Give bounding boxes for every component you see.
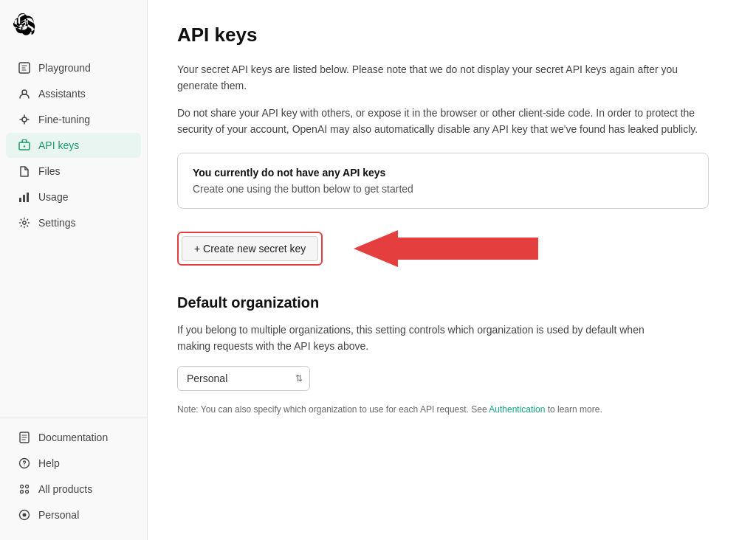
svg-point-12 xyxy=(26,485,29,488)
api-keys-label: API keys xyxy=(38,139,79,151)
sidebar-item-usage[interactable]: Usage xyxy=(6,184,141,210)
svg-point-10 xyxy=(24,465,24,466)
note-suffix: to learn more. xyxy=(545,404,602,415)
svg-marker-17 xyxy=(354,230,538,267)
help-label: Help xyxy=(38,457,60,469)
documentation-label: Documentation xyxy=(38,432,108,443)
svg-rect-4 xyxy=(19,198,21,202)
personal-icon xyxy=(18,508,31,522)
authentication-link[interactable]: Authentication xyxy=(489,404,545,415)
main-content: API keys Your secret API keys are listed… xyxy=(148,0,756,540)
sidebar-item-assistants[interactable]: Assistants xyxy=(6,81,141,106)
logo-area xyxy=(0,0,147,49)
arrow-svg xyxy=(346,226,538,271)
sidebar-item-documentation[interactable]: Documentation xyxy=(6,425,141,450)
note-prefix: Note: You can also specify which organiz… xyxy=(177,404,489,415)
org-select-wrapper: Personal ⇅ xyxy=(177,366,310,391)
create-button-label: + Create new secret key xyxy=(194,243,306,255)
svg-rect-5 xyxy=(23,195,25,202)
usage-label: Usage xyxy=(38,191,68,203)
description-2: Do not share your API key with others, o… xyxy=(177,105,709,138)
svg-point-3 xyxy=(24,145,25,147)
documentation-icon xyxy=(18,431,31,444)
sidebar-item-help[interactable]: Help xyxy=(6,451,141,476)
org-select[interactable]: Personal xyxy=(177,366,310,391)
page-title: API keys xyxy=(177,24,726,46)
files-icon xyxy=(18,165,31,178)
note-text: Note: You can also specify which organiz… xyxy=(177,403,650,416)
fine-tuning-label: Fine-tuning xyxy=(38,114,90,125)
all-products-icon xyxy=(18,482,31,496)
sidebar-item-personal[interactable]: Personal xyxy=(6,502,141,527)
playground-icon xyxy=(18,61,31,75)
empty-keys-subtitle: Create one using the button below to get… xyxy=(193,183,693,195)
sidebar-item-api-keys[interactable]: API keys xyxy=(6,133,141,158)
api-keys-icon xyxy=(18,139,31,152)
settings-icon xyxy=(18,216,31,229)
playground-label: Playground xyxy=(38,62,91,74)
svg-rect-6 xyxy=(27,193,29,202)
sidebar-item-all-products[interactable]: All products xyxy=(6,477,141,502)
svg-point-7 xyxy=(23,221,26,224)
openai-logo-icon xyxy=(12,13,35,37)
svg-point-16 xyxy=(23,513,27,517)
create-button-highlight: + Create new secret key xyxy=(177,232,323,266)
create-button-area: + Create new secret key xyxy=(177,226,726,271)
sidebar-item-playground[interactable]: Playground xyxy=(6,55,141,80)
description-1: Your secret API keys are listed below. P… xyxy=(177,61,709,94)
settings-label: Settings xyxy=(38,217,76,229)
arrow-annotation xyxy=(346,226,538,271)
sidebar-item-fine-tuning[interactable]: Fine-tuning xyxy=(6,107,141,132)
sidebar-item-settings[interactable]: Settings xyxy=(6,210,141,235)
sidebar-nav: Playground Assistants Fine-tuning xyxy=(0,49,147,412)
sidebar-bottom: Documentation Help xyxy=(0,418,147,540)
svg-point-1 xyxy=(22,90,27,94)
default-org-title: Default organization xyxy=(177,294,726,311)
usage-icon xyxy=(18,190,31,204)
svg-point-14 xyxy=(26,491,29,494)
create-secret-key-button[interactable]: + Create new secret key xyxy=(182,236,318,261)
help-icon xyxy=(18,457,31,470)
svg-point-11 xyxy=(21,485,24,488)
empty-keys-title: You currently do not have any API keys xyxy=(193,167,693,179)
default-org-description: If you belong to multiple organizations,… xyxy=(177,322,679,355)
personal-label: Personal xyxy=(38,509,79,521)
empty-keys-box: You currently do not have any API keys C… xyxy=(177,153,709,209)
svg-point-13 xyxy=(21,491,24,494)
files-label: Files xyxy=(38,165,61,177)
fine-tuning-icon xyxy=(18,113,31,126)
assistants-label: Assistants xyxy=(38,88,86,100)
sidebar: Playground Assistants Fine-tuning xyxy=(0,0,148,540)
assistants-icon xyxy=(18,87,31,100)
sidebar-item-files[interactable]: Files xyxy=(6,159,141,184)
all-products-label: All products xyxy=(38,483,92,495)
